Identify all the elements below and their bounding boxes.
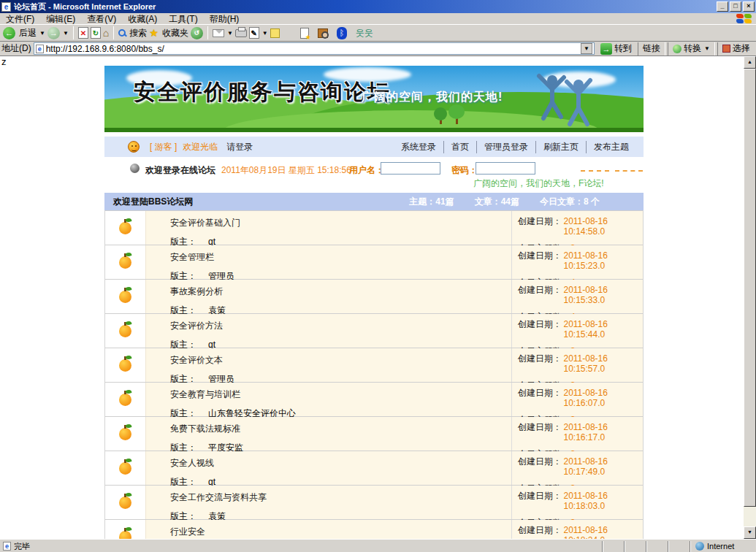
- go-button[interactable]: → 转到: [597, 42, 635, 55]
- forum-main-cell: 安全管理栏 版主：管理员: [145, 245, 511, 279]
- page-content: 安全评价服务与咨询论坛 广阔的空间，我们的天地! [ 游客 ] 欢迎光临 请登录…: [104, 66, 644, 539]
- guest-tag: [ 游客 ]: [150, 141, 177, 153]
- scroll-up-icon[interactable]: ▲: [744, 56, 756, 69]
- forum-title-link[interactable]: 安全人视线: [170, 458, 214, 468]
- created-label: 创建日期：: [518, 490, 563, 502]
- created-label: 创建日期：: [518, 318, 563, 331]
- orange-fruit-icon: [119, 394, 131, 406]
- forum-main-cell: 安全评价文本 版主：管理员: [145, 348, 511, 382]
- forum-title-link[interactable]: 安全管理栏: [170, 252, 214, 262]
- forum-title-link[interactable]: 安全评价基础入门: [170, 218, 240, 228]
- forum-meta-cell: 创建日期：2011-08-16 10:15:23.0 今日主题数：4: [511, 245, 643, 279]
- forum-icon-cell: [105, 486, 145, 519]
- smiley-icon: [128, 141, 140, 153]
- select-button[interactable]: 选择: [717, 42, 755, 55]
- menu-file[interactable]: 文件(F): [0, 13, 40, 25]
- forward-icon[interactable]: →: [47, 27, 60, 39]
- search-icon[interactable]: [118, 29, 126, 37]
- forum-title-link[interactable]: 行业安全: [170, 526, 205, 537]
- research-icon[interactable]: [318, 28, 328, 38]
- orange-fruit-icon: [119, 531, 131, 540]
- scroll-down-icon[interactable]: ▼: [744, 526, 756, 539]
- history-icon[interactable]: ↺: [191, 27, 203, 39]
- nav-link[interactable]: 管理员登录: [476, 141, 535, 153]
- search-label[interactable]: 搜索: [129, 27, 147, 39]
- address-url[interactable]: http://192.168.9.6:8080/bbs_s/: [46, 44, 579, 54]
- forum-meta-cell: 创建日期：2011-08-16 10:16:17.0 今日主题数：3: [511, 417, 643, 451]
- menu-edit[interactable]: 编辑(E): [40, 13, 81, 25]
- menu-tools[interactable]: 工具(T): [163, 13, 203, 25]
- window-title: 论坛首页 - Microsoft Internet Explorer: [14, 1, 156, 12]
- minimize-button[interactable]: _: [717, 1, 728, 12]
- stray-text: z: [1, 56, 7, 67]
- discuss-icon[interactable]: [270, 28, 280, 38]
- nav-link[interactable]: 系统登录: [394, 141, 443, 153]
- browser-viewport: z: [0, 56, 756, 539]
- nav-link[interactable]: 刷新主页: [535, 141, 586, 153]
- stop-icon[interactable]: ✕: [78, 27, 88, 39]
- forum-row: 行业安全 版主： 创建日期：2011-08-16 10:18:24.0 今日主题…: [105, 519, 643, 539]
- forum-title-link[interactable]: 安全评价方法: [170, 321, 223, 331]
- home-icon[interactable]: ⌂: [103, 27, 109, 39]
- created-date: 2011-08-16 10:17:49.0: [563, 456, 640, 477]
- convert-button[interactable]: 转换 ▼: [668, 42, 715, 55]
- toolbar: ← 后退 ▼ → ▼ ✕ ↻ ⌂ 搜索 ★ 收藏夹 ↺ ▼ ✎ ▼ ᛒ 웃웃: [0, 25, 756, 42]
- board-header: 欢迎登陆BBS论坛网 主题：41篇 文章：44篇 今日文章：8 个: [104, 193, 644, 210]
- vertical-scrollbar[interactable]: ▲ ▼: [744, 56, 756, 539]
- messenger-people-icon[interactable]: 웃웃: [356, 27, 373, 39]
- convert-label: 转换: [684, 42, 701, 55]
- password-field[interactable]: [476, 162, 535, 175]
- menu-help[interactable]: 帮助(H): [204, 13, 245, 25]
- select-label: 选择: [733, 42, 750, 55]
- forum-meta-cell: 创建日期：2011-08-16 10:15:33.0 今日主题数：4: [511, 280, 643, 313]
- forum-title-link[interactable]: 安全评价文本: [170, 355, 223, 365]
- address-input[interactable]: e http://192.168.9.6:8080/bbs_s/ ▼: [34, 42, 595, 55]
- address-dropdown-icon[interactable]: ▼: [581, 43, 592, 54]
- print-icon[interactable]: [235, 29, 247, 37]
- login-welcome-text: 欢迎登录在线论坛: [145, 164, 215, 177]
- back-icon[interactable]: ←: [3, 27, 15, 39]
- orange-fruit-icon: [119, 462, 131, 475]
- bluetooth-icon[interactable]: ᛒ: [337, 27, 347, 39]
- forward-dropdown-icon[interactable]: ▼: [63, 30, 69, 37]
- forum-row: 安全评价方法 版主：qt 创建日期：2011-08-16 10:15:44.0 …: [105, 313, 643, 348]
- mail-icon[interactable]: [213, 29, 224, 37]
- forum-title-link[interactable]: 安全教育与培训栏: [170, 389, 240, 399]
- forum-main-cell: 安全教育与培训栏 版主：山东鲁轻安全评价中心: [145, 383, 511, 416]
- back-dropdown-icon[interactable]: ▼: [39, 30, 45, 37]
- edit-icon[interactable]: ✎: [249, 27, 259, 39]
- orange-fruit-icon: [119, 325, 131, 337]
- menu-favorites[interactable]: 收藏(A): [122, 13, 163, 25]
- forum-title-link[interactable]: 免费下载法规标准: [170, 423, 240, 434]
- forum-title-link[interactable]: 事故案例分析: [170, 286, 223, 296]
- nav-link[interactable]: 首页: [443, 141, 476, 153]
- status-bar: e 完毕 Internet: [0, 539, 756, 552]
- forum-icon-cell: [105, 451, 145, 485]
- created-label: 创建日期：: [518, 456, 563, 468]
- created-date: 2011-08-16 10:14:58.0: [563, 216, 640, 237]
- refresh-icon[interactable]: ↻: [91, 27, 101, 39]
- forum-main-cell: 行业安全 版主：: [145, 520, 511, 539]
- mail-dropdown-icon[interactable]: ▼: [227, 30, 233, 37]
- scrollbar-thumb[interactable]: [744, 69, 756, 507]
- favorites-star-icon[interactable]: ★: [149, 27, 159, 39]
- menu-view[interactable]: 查看(V): [81, 13, 122, 25]
- messenger-page-star-icon[interactable]: [300, 28, 309, 39]
- username-field[interactable]: [381, 162, 440, 175]
- convert-dropdown-icon[interactable]: ▼: [704, 45, 710, 52]
- links-button[interactable]: 链接: [638, 42, 665, 55]
- stat-today-articles: 今日文章：8 个: [540, 196, 600, 208]
- forum-title-link[interactable]: 安全工作交流与资料共享: [170, 492, 267, 502]
- close-button[interactable]: ×: [743, 1, 755, 12]
- restore-button[interactable]: □: [730, 1, 741, 12]
- board-stats: 主题：41篇 文章：44篇 今日文章：8 个: [409, 196, 600, 208]
- login-prompt-link[interactable]: 请登录: [226, 141, 253, 153]
- forum-main-cell: 安全评价基础入门 版主：qt: [145, 211, 511, 245]
- forum-main-cell: 安全评价方法 版主：qt: [145, 314, 511, 348]
- status-pane: [603, 541, 625, 552]
- edit-dropdown-icon[interactable]: ▼: [262, 30, 268, 37]
- select-icon: [722, 45, 730, 53]
- favorites-label[interactable]: 收藏夹: [162, 27, 188, 39]
- nav-link[interactable]: 发布主题: [586, 141, 636, 153]
- back-label[interactable]: 后退: [19, 27, 37, 39]
